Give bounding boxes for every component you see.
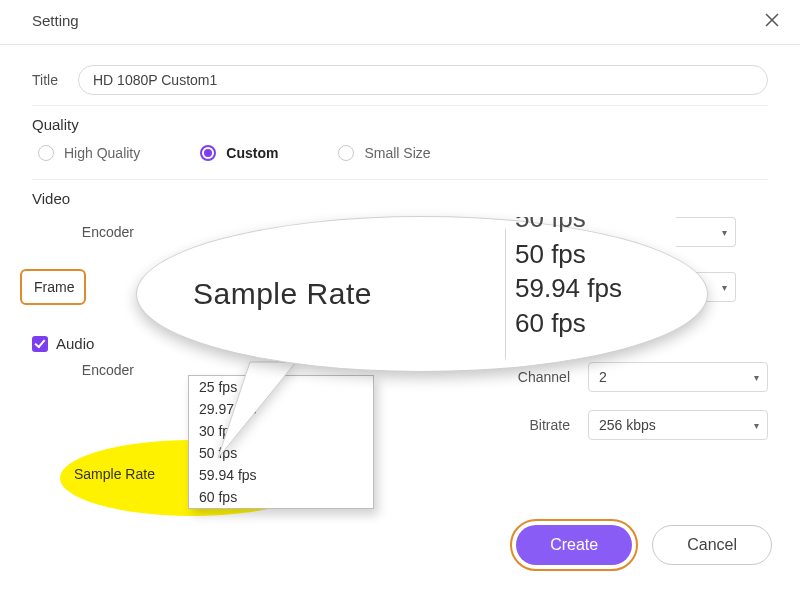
video-heading: Video <box>32 190 768 207</box>
annotation-callout-bubble: Sample Rate 50 fps 50 fps 59.94 fps 60 f… <box>136 216 708 372</box>
channel-value: 2 <box>599 369 607 385</box>
divider <box>32 105 768 106</box>
radio-small-size[interactable]: Small Size <box>338 145 430 161</box>
chevron-down-icon: ▾ <box>722 273 727 301</box>
bitrate-select[interactable]: 256 kbps ▾ <box>588 410 768 440</box>
chevron-down-icon: ▾ <box>754 363 759 391</box>
radio-label: Custom <box>226 145 278 161</box>
create-button-label: Create <box>550 536 598 554</box>
radio-custom[interactable]: Custom <box>200 145 278 161</box>
create-button[interactable]: Create <box>516 525 632 565</box>
title-input[interactable] <box>78 65 768 95</box>
callout-line-partial: 50 fps <box>515 217 586 233</box>
radio-label: Small Size <box>364 145 430 161</box>
bitrate-label: Bitrate <box>500 417 572 433</box>
frame-rate-highlight: Frame <box>20 269 86 305</box>
channel-select[interactable]: 2 ▾ <box>588 362 768 392</box>
callout-line: 50 fps <box>515 237 622 271</box>
radio-icon <box>200 145 216 161</box>
audio-encoder-label: Encoder <box>36 362 136 378</box>
audio-heading: Audio <box>56 335 94 352</box>
radio-high-quality[interactable]: High Quality <box>38 145 140 161</box>
encoder-label: Encoder <box>36 224 136 240</box>
dialog-buttons: Create Cancel <box>510 519 772 571</box>
sample-rate-label: Sample Rate <box>74 466 155 482</box>
callout-tail <box>206 358 336 468</box>
close-icon[interactable] <box>758 6 786 34</box>
frame-label: Frame <box>34 279 74 295</box>
callout-line: 60 fps <box>515 306 622 340</box>
divider <box>32 179 768 180</box>
callout-list: 50 fps 50 fps 59.94 fps 60 fps <box>515 227 622 340</box>
radio-icon <box>38 145 54 161</box>
callout-line: 59.94 fps <box>515 271 622 305</box>
radio-label: High Quality <box>64 145 140 161</box>
create-button-highlight: Create <box>510 519 638 571</box>
radio-icon <box>338 145 354 161</box>
channel-field: Channel 2 ▾ <box>496 362 768 392</box>
fps-option[interactable]: 60 fps <box>189 486 373 508</box>
bitrate-value: 256 kbps <box>599 417 656 433</box>
video-right-select-stub[interactable]: ▾ <box>676 217 736 247</box>
callout-label: Sample Rate <box>193 277 372 311</box>
title-label: Title <box>32 72 78 88</box>
cancel-button[interactable]: Cancel <box>652 525 772 565</box>
quality-heading: Quality <box>32 116 768 133</box>
channel-label: Channel <box>500 369 572 385</box>
svg-marker-0 <box>218 362 296 458</box>
quality-radio-group: High Quality Custom Small Size <box>32 139 768 171</box>
callout-divider <box>505 229 506 359</box>
cancel-button-label: Cancel <box>687 536 737 554</box>
audio-checkbox[interactable] <box>32 336 48 352</box>
title-bar: Setting <box>0 0 800 45</box>
window-title: Setting <box>32 12 79 29</box>
chevron-down-icon: ▾ <box>722 218 727 246</box>
chevron-down-icon: ▾ <box>754 411 759 439</box>
title-row: Title <box>32 65 768 95</box>
bitrate-field: Bitrate 256 kbps ▾ <box>496 410 768 440</box>
